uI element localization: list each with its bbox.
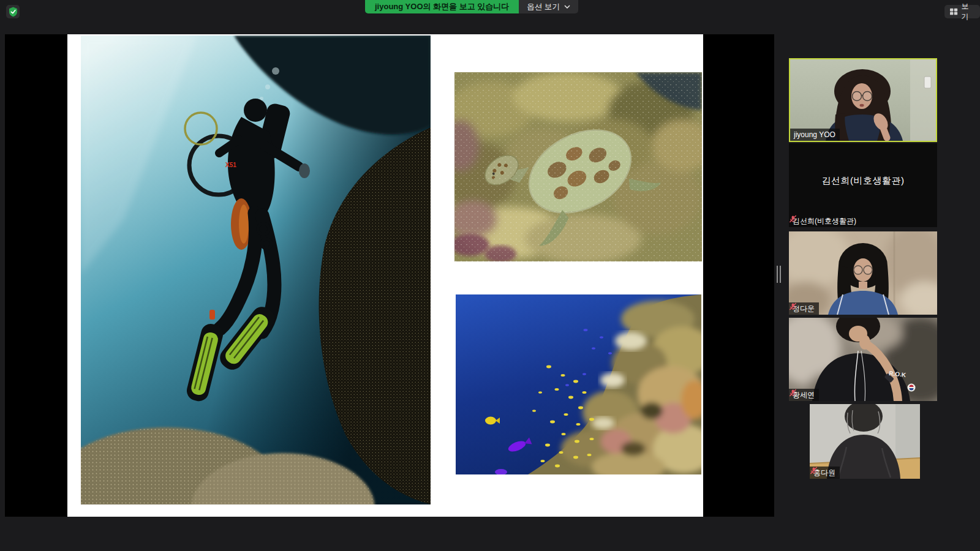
- banner-text: jiyoung YOO의 화면을 보고 있습니다: [365, 0, 519, 13]
- participant-name: jiyoung YOO: [794, 130, 835, 139]
- participant-name: 김선희(비호생활관): [793, 217, 856, 225]
- participant-tile-hong-dawon[interactable]: 홍다원: [810, 404, 920, 479]
- zoom-meeting-window: jiyoung YOO의 화면을 보고 있습니다 옵션 보기 보기: [0, 0, 980, 551]
- photo-coral-reef: [456, 294, 701, 474]
- panel-resize-handle[interactable]: [777, 266, 782, 283]
- muted-mic-icon: [810, 467, 818, 474]
- participant-display-name: 김선희(비호생활관): [789, 175, 937, 187]
- participant-name-label: 황세연: [789, 389, 819, 401]
- view-button[interactable]: 보기: [944, 5, 980, 18]
- diver-gear-label: X51: [225, 162, 236, 168]
- participant-tile-kim-sunhee[interactable]: 김선희(비호생활관) 김선희(비호생활관): [789, 143, 937, 227]
- grid-view-icon: [950, 8, 958, 15]
- security-shield-button[interactable]: [6, 5, 20, 18]
- photo-scuba-diver: X51: [81, 36, 431, 504]
- shared-screen: X51: [5, 34, 774, 517]
- participant-tile-jiyoung-yoo[interactable]: jiyoung YOO: [789, 58, 937, 142]
- top-bar: jiyoung YOO의 화면을 보고 있습니다 옵션 보기 보기: [0, 0, 980, 34]
- muted-mic-icon: [789, 215, 797, 223]
- shield-check-icon: [9, 7, 18, 17]
- muted-mic-icon: [789, 302, 797, 310]
- view-options-button[interactable]: 옵션 보기: [519, 0, 578, 13]
- toolbar: [0, 517, 980, 551]
- participant-tile-hwang-seyeon[interactable]: R.O.K 황세연: [789, 318, 937, 401]
- view-button-label: 보기: [962, 1, 974, 22]
- presentation-slide: X51: [67, 34, 703, 517]
- participant-name-label: 정다운: [789, 302, 819, 315]
- chevron-down-icon: [564, 5, 570, 9]
- participant-name-label: 홍다원: [810, 467, 840, 479]
- participant-name-label: jiyoung YOO: [790, 129, 840, 141]
- photo-sea-turtle: [454, 72, 702, 261]
- screen-share-banner: jiyoung YOO의 화면을 보고 있습니다 옵션 보기: [365, 0, 578, 13]
- muted-mic-icon: [789, 389, 797, 397]
- participant-name-label: 김선희(비호생활관): [789, 215, 861, 227]
- view-options-label: 옵션 보기: [527, 2, 559, 12]
- participant-tile-jung-dawoon[interactable]: 정다운: [789, 231, 937, 315]
